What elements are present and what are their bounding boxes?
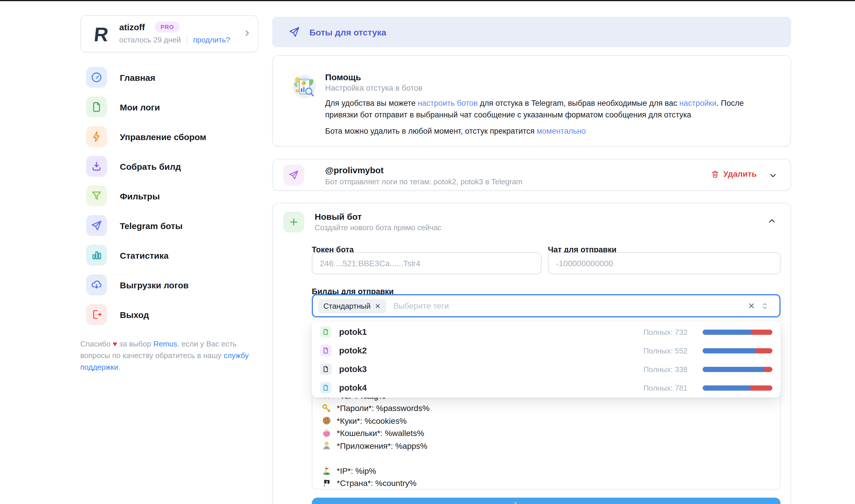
- option-label: potok4: [339, 383, 367, 392]
- new-bot-subtitle: Создайте нового бота прямо сейчас: [315, 223, 441, 232]
- download-icon: [86, 156, 107, 177]
- remus-link[interactable]: Remus: [153, 340, 177, 348]
- template-line: *Куки*: %cookies%: [321, 414, 430, 427]
- technologist-icon: [321, 441, 332, 451]
- cookie-icon: [321, 416, 332, 426]
- help-illustration-icon: [292, 74, 316, 99]
- create-bot-button[interactable]: [312, 498, 781, 504]
- tags-multiselect[interactable]: Стандартный Выберите теги: [312, 294, 781, 318]
- sidebar-item-my-logs[interactable]: Мои логи: [80, 94, 258, 120]
- chat-input[interactable]: [548, 252, 781, 274]
- sidebar-item-label: Управление сбором: [120, 132, 206, 142]
- template-line: *Страна*: %country%: [321, 477, 430, 489]
- key-icon: [321, 403, 332, 413]
- sidebar-item-filters[interactable]: Фильтры: [80, 183, 258, 209]
- dropdown-option-potok1[interactable]: potok1 Полных: 732: [312, 323, 781, 341]
- sidebar-item-label: Telegram боты: [120, 221, 182, 231]
- profile-card[interactable]: R atizoff PRO осталось 29 дней продлить?: [80, 15, 258, 52]
- file-icon: [320, 382, 332, 394]
- profile-username: atizoff: [119, 22, 145, 32]
- remove-tag-icon[interactable]: [374, 303, 381, 309]
- file-icon: [320, 326, 332, 338]
- template-text: *IP*: %ip%: [337, 466, 376, 475]
- delete-bot-button[interactable]: Удалить: [711, 169, 757, 178]
- bot-row[interactable]: @prolivmybot Бот отправляет логи по тега…: [272, 159, 791, 191]
- sidebar-item-label: Главная: [120, 72, 155, 82]
- remus-logo: R: [88, 22, 115, 47]
- dropdown-option-potok2[interactable]: potok2 Полных: 552: [312, 341, 781, 360]
- template-text: *Куки*: %cookies%: [337, 416, 406, 426]
- option-progress-bar: [703, 366, 772, 372]
- page-title: Боты для отстука: [310, 27, 386, 37]
- dropdown-option-potok4[interactable]: potok4 Полных: 781: [312, 378, 781, 397]
- file-icon: [86, 96, 107, 118]
- sidebar-item-label: Статистика: [120, 250, 169, 260]
- help-text: Для удобства вы можете: [325, 99, 418, 108]
- paper-plane-icon: [86, 215, 107, 236]
- template-line: *Пароли*: %passwords%: [321, 402, 430, 414]
- token-input[interactable]: [312, 252, 541, 274]
- bot-icon: [511, 502, 521, 504]
- golf-flag-icon: [321, 466, 332, 476]
- sidebar-item-home[interactable]: Главная: [80, 65, 258, 90]
- chevron-up-icon[interactable]: [767, 216, 777, 226]
- chevron-right-icon[interactable]: [243, 29, 252, 38]
- template-text: *Кошельки*: %wallets%: [337, 429, 424, 438]
- option-count: Полных: 552: [643, 346, 687, 355]
- instantly-link[interactable]: моментально: [537, 127, 586, 136]
- sidebar-item-log-exports[interactable]: Выгрузки логов: [80, 272, 258, 298]
- sidebar-item-label: Собрать билд: [120, 161, 181, 171]
- help-body: Для удобства вы можете настроить ботов д…: [325, 98, 773, 137]
- template-line: *Кошельки*: %wallets%: [321, 427, 430, 439]
- bolt-icon: [86, 126, 107, 147]
- select-arrows-icon[interactable]: [760, 301, 769, 311]
- option-label: potok1: [339, 327, 367, 337]
- sidebar-item-label: Фильтры: [120, 191, 160, 201]
- paper-plane-icon: [289, 26, 300, 38]
- sidebar-item-label: Мои логи: [120, 102, 160, 112]
- bot-description: Бот отправляет логи по тегам: potok2, po…: [325, 177, 523, 186]
- option-progress-bar: [703, 329, 772, 335]
- sidebar-item-logout[interactable]: Выход: [80, 302, 258, 327]
- file-icon: [320, 345, 332, 356]
- tag-chip-label: Стандартный: [324, 301, 370, 310]
- configure-bots-link[interactable]: настроить ботов: [418, 99, 477, 108]
- new-bot-card: Новый бот Создайте нового бота прямо сей…: [272, 203, 791, 504]
- sidebar-item-build[interactable]: Собрать билд: [80, 154, 258, 179]
- sidebar-item-label: Выход: [120, 309, 149, 320]
- trash-icon: [711, 169, 719, 178]
- plus-icon: [283, 212, 304, 233]
- tags-dropdown: potok1 Полных: 732 potok2 Полных: 552 po…: [312, 322, 781, 398]
- dropdown-option-potok3[interactable]: potok3 Полных: 338: [312, 360, 781, 378]
- cloud-download-icon: [86, 274, 107, 295]
- selected-tag-chip[interactable]: Стандартный: [318, 299, 386, 313]
- days-left-text: осталось 29 дней: [119, 35, 181, 44]
- sidebar-item-collection[interactable]: Управление сбором: [80, 124, 258, 149]
- option-count: Полных: 338: [643, 365, 687, 374]
- renew-link[interactable]: продлить?: [193, 35, 230, 44]
- heart-icon: ♥: [112, 340, 117, 348]
- tags-placeholder: Выберите теги: [393, 301, 449, 310]
- delete-label: Удалить: [723, 169, 757, 178]
- sidebar-item-telegram-bots[interactable]: Telegram боты: [80, 213, 258, 238]
- bar-chart-icon: [86, 245, 107, 266]
- app-page: R atizoff PRO осталось 29 дней продлить?…: [0, 0, 855, 504]
- template-text: *Пароли*: %passwords%: [337, 404, 430, 413]
- template-text: *Страна*: %country%: [337, 479, 416, 488]
- logout-icon: [86, 304, 107, 325]
- option-count: Полных: 781: [643, 383, 687, 392]
- file-icon: [320, 363, 332, 375]
- sidebar-item-statistics[interactable]: Статистика: [80, 242, 258, 268]
- option-label: potok3: [339, 364, 367, 374]
- option-count: Полных: 732: [643, 328, 687, 336]
- option-progress-bar: [703, 348, 772, 353]
- help-subtitle: Настройка отстука в ботов: [325, 84, 422, 92]
- window-top-border: [0, 0, 855, 1]
- chevron-down-icon[interactable]: [768, 171, 778, 180]
- clear-select-icon[interactable]: [747, 302, 755, 310]
- help-paragraph-2: Бота можно удалить в любой момент, отсту…: [325, 126, 773, 137]
- settings-link[interactable]: настройки: [679, 99, 717, 108]
- help-paragraph-1: Для удобства вы можете настроить ботов д…: [325, 98, 773, 120]
- help-card: Помощь Настройка отстука в ботов Для удо…: [272, 55, 791, 146]
- template-text: *Приложения*: %apps%: [337, 441, 428, 451]
